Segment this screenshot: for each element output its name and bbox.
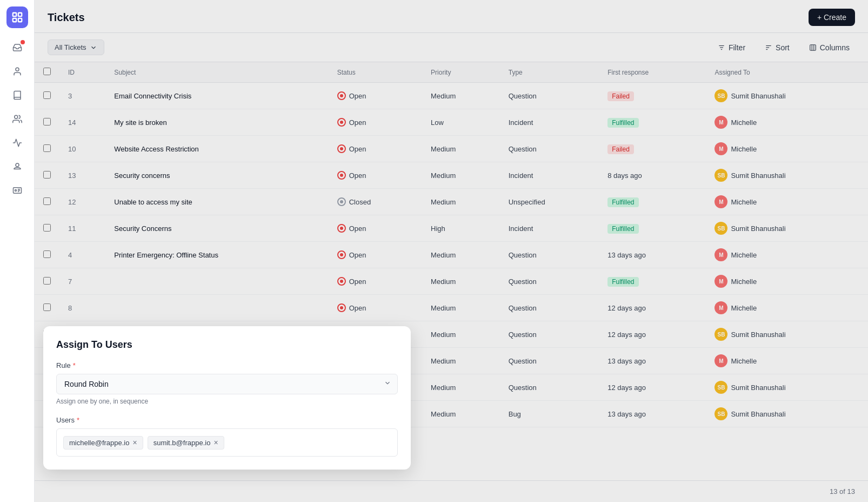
rule-required: * <box>73 361 76 369</box>
cell-id: 8 <box>59 295 105 321</box>
cell-id: 4 <box>59 242 105 268</box>
cell-assigned-to: SBSumit Bhanushali <box>706 83 868 109</box>
col-type: Type <box>500 62 599 83</box>
filter-button[interactable]: Filter <box>712 40 751 55</box>
row-checkbox[interactable] <box>43 277 51 285</box>
sidebar-item-group[interactable] <box>6 108 28 130</box>
fulfilled-badge: Fulfilled <box>607 118 638 128</box>
cell-first-response: 12 days ago <box>599 374 706 401</box>
cell-first-response: Failed <box>599 83 706 109</box>
cell-assigned-to: SBSumit Bhanushali <box>706 321 868 348</box>
create-button[interactable]: + Create <box>809 9 855 26</box>
sidebar-item-profile[interactable] <box>6 156 28 177</box>
assignee-name: Sumit Bhanushali <box>731 384 785 392</box>
cell-assigned-to: MMichelle <box>706 136 868 162</box>
assigned-cell: MMichelle <box>715 248 859 261</box>
cell-first-response: 13 days ago <box>599 401 706 427</box>
columns-label: Columns <box>820 43 850 52</box>
assigned-cell: SBSumit Bhanushali <box>715 169 859 182</box>
columns-button[interactable]: Columns <box>804 40 855 55</box>
cell-first-response: Fulfilled <box>599 215 706 242</box>
cell-priority: High <box>422 215 500 242</box>
rule-select[interactable]: Round Robin Load Balanced Random <box>56 374 398 394</box>
table-row: 4Printer Emergency: Offline StatusOpenMe… <box>35 242 868 268</box>
avatar: M <box>715 142 727 155</box>
user-email-sumit: sumit.b@frappe.io <box>153 439 211 447</box>
toolbar-actions: Filter Sort Columns <box>712 40 855 55</box>
status-dot <box>337 197 346 206</box>
row-checkbox[interactable] <box>43 91 51 99</box>
cell-subject: My site is broken <box>105 109 328 136</box>
cell-priority: Medium <box>422 295 500 321</box>
assigned-cell: SBSumit Bhanushali <box>715 381 859 394</box>
col-status: Status <box>329 62 422 83</box>
row-checkbox[interactable] <box>43 171 51 179</box>
cell-type: Question <box>500 348 599 374</box>
status-dot <box>337 144 346 153</box>
row-checkbox[interactable] <box>43 144 51 152</box>
cell-first-response: 13 days ago <box>599 348 706 374</box>
assignee-name: Michelle <box>731 198 757 206</box>
all-tickets-dropdown[interactable]: All Tickets <box>48 39 104 55</box>
cell-priority: Medium <box>422 83 500 109</box>
sort-button[interactable]: Sort <box>759 40 795 55</box>
cell-status: Closed <box>329 189 422 215</box>
col-priority: Priority <box>422 62 500 83</box>
select-all-checkbox[interactable] <box>43 68 51 75</box>
status-dot <box>337 91 346 100</box>
assigned-cell: SBSumit Bhanushali <box>715 222 859 235</box>
app-logo[interactable] <box>6 6 28 28</box>
sidebar-item-idcard[interactable] <box>6 180 28 201</box>
users-label: Users * <box>56 416 398 424</box>
assignee-name: Michelle <box>731 278 757 286</box>
cell-priority: Medium <box>422 348 500 374</box>
cell-first-response: Fulfilled <box>599 109 706 136</box>
status-dot <box>337 118 346 127</box>
footer: 13 of 13 <box>35 480 868 502</box>
cell-subject <box>105 268 328 295</box>
cell-type: Question <box>500 321 599 348</box>
fulfilled-badge: Fulfilled <box>607 197 638 207</box>
svg-rect-2 <box>12 18 16 22</box>
cell-subject: Unable to access my site <box>105 189 328 215</box>
remove-michelle-button[interactable]: × <box>132 439 137 446</box>
rule-hint: Assign one by one, in sequence <box>56 398 398 405</box>
columns-icon <box>809 44 817 51</box>
toolbar: All Tickets Filter Sort Columns <box>35 33 868 62</box>
cell-status: Open <box>329 215 422 242</box>
status-label: Open <box>349 278 366 286</box>
cell-status: Open <box>329 109 422 136</box>
remove-sumit-button[interactable]: × <box>213 439 218 446</box>
table-row: 7OpenMediumQuestionFulfilledMMichelle <box>35 268 868 295</box>
status-label: Open <box>349 224 366 233</box>
row-checkbox[interactable] <box>43 118 51 126</box>
avatar: SB <box>715 89 727 102</box>
cell-first-response: Fulfilled <box>599 268 706 295</box>
svg-point-6 <box>16 163 19 167</box>
rule-select-wrapper: Round Robin Load Balanced Random <box>56 374 398 394</box>
users-input[interactable]: michelle@frappe.io × sumit.b@frappe.io × <box>56 428 398 457</box>
cell-type: Question <box>500 268 599 295</box>
assigned-cell: SBSumit Bhanushali <box>715 89 859 102</box>
row-checkbox[interactable] <box>43 224 51 232</box>
cell-status: Open <box>329 83 422 109</box>
row-checkbox[interactable] <box>43 303 51 311</box>
modal-title: Assign To Users <box>56 339 398 351</box>
cell-assigned-to: MMichelle <box>706 242 868 268</box>
assigned-cell: SBSumit Bhanushali <box>715 407 859 420</box>
sidebar-item-book[interactable] <box>6 84 28 106</box>
row-checkbox[interactable] <box>43 250 51 258</box>
avatar: M <box>715 354 727 367</box>
sidebar-item-cloud[interactable] <box>6 132 28 154</box>
cell-subject: Security concerns <box>105 162 328 189</box>
sidebar-item-user[interactable] <box>6 61 28 82</box>
assignee-name: Michelle <box>731 357 757 365</box>
row-checkbox[interactable] <box>43 197 51 205</box>
svg-point-8 <box>15 190 16 191</box>
cell-assigned-to: MMichelle <box>706 189 868 215</box>
svg-point-4 <box>16 68 19 71</box>
sidebar-item-inbox[interactable] <box>6 37 28 58</box>
user-tag-michelle: michelle@frappe.io × <box>63 436 143 450</box>
sort-icon <box>765 44 772 51</box>
table-row: 10Website Access RestrictionOpenMediumQu… <box>35 136 868 162</box>
